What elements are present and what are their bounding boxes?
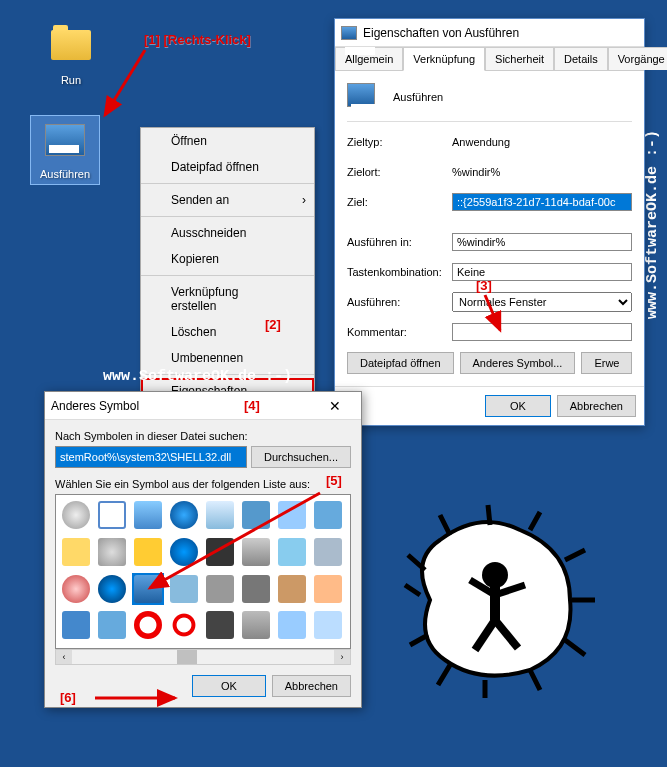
menu-open[interactable]: Öffnen — [141, 128, 314, 154]
url-text-2: www.SoftwareOK.de :-) — [644, 130, 661, 319]
zielort-value: %windir% — [452, 166, 632, 178]
window-icon — [341, 26, 357, 40]
tastenkombination-input[interactable] — [452, 263, 632, 281]
menu-delete[interactable]: Löschen — [141, 319, 314, 345]
icon-path-input[interactable] — [55, 446, 247, 468]
run-icon — [347, 83, 375, 107]
selected-icon[interactable] — [132, 573, 164, 605]
folder-icon — [51, 30, 91, 60]
chevron-right-icon: › — [302, 193, 306, 207]
tabs: Allgemein Verknüpfung Sicherheit Details… — [335, 47, 644, 70]
panel: Ausführen Zieltyp:Anwendung Zielort:%win… — [335, 70, 644, 386]
scroll-left[interactable]: ‹ — [56, 650, 72, 664]
zieltyp-value: Anwendung — [452, 136, 632, 148]
ausfuhren-shortcut[interactable]: Ausführen — [30, 115, 100, 185]
ausfuhren-in-label: Ausführen in: — [347, 236, 452, 248]
tab-verknupfung[interactable]: Verknüpfung — [403, 47, 485, 71]
icon-dialog-title: Anderes Symbol — [51, 399, 139, 413]
ausfuhren-label: Ausführen: — [347, 296, 452, 308]
scroll-right[interactable]: › — [334, 650, 350, 664]
list-label: Wählen Sie ein Symbol aus der folgenden … — [55, 478, 351, 490]
annotation-1: [1] [Rechts-Klick] — [144, 32, 251, 47]
svg-point-8 — [482, 562, 508, 588]
kommentar-label: Kommentar: — [347, 326, 452, 338]
icon-dialog-titlebar[interactable]: Anderes Symbol ✕ — [45, 392, 361, 420]
ziel-label: Ziel: — [347, 196, 452, 208]
abbrechen-button[interactable]: Abbrechen — [557, 395, 636, 417]
icon-dialog: Anderes Symbol ✕ Nach Symbolen in dieser… — [44, 391, 362, 708]
icon-abbrechen-button[interactable]: Abbrechen — [272, 675, 351, 697]
icon-scrollbar[interactable]: ‹ › — [55, 649, 351, 665]
tab-sicherheit[interactable]: Sicherheit — [485, 47, 554, 70]
splash-figure — [400, 500, 600, 700]
erweitert-button[interactable]: Erwe — [581, 352, 632, 374]
url-text-1: www.SoftwareOK.de :-) — [103, 368, 292, 385]
run-folder[interactable]: Run — [36, 22, 106, 86]
icon-ok-button[interactable]: OK — [192, 675, 266, 697]
tab-details[interactable]: Details — [554, 47, 608, 70]
zielort-label: Zielort: — [347, 166, 452, 178]
menu-copy[interactable]: Kopieren — [141, 246, 314, 272]
dateipfad-button[interactable]: Dateipfad öffnen — [347, 352, 454, 374]
ziel-input[interactable] — [452, 193, 632, 211]
desktop-icon-label: Run — [36, 74, 106, 86]
properties-window: Eigenschaften von Ausführen Allgemein Ve… — [334, 18, 645, 426]
ok-button[interactable]: OK — [485, 395, 551, 417]
zieltyp-label: Zieltyp: — [347, 136, 452, 148]
context-menu: Öffnen Dateipfad öffnen Senden an› Aussc… — [140, 127, 315, 405]
menu-create-shortcut[interactable]: Verknüpfung erstellen — [141, 279, 314, 319]
tab-vorgange[interactable]: Vorgänge — [608, 47, 667, 70]
window-title: Eigenschaften von Ausführen — [363, 26, 519, 40]
titlebar[interactable]: Eigenschaften von Ausführen — [335, 19, 644, 47]
scroll-thumb[interactable] — [177, 650, 197, 664]
ausfuhren-in-input[interactable] — [452, 233, 632, 251]
svg-line-1 — [105, 50, 145, 115]
close-button[interactable]: ✕ — [315, 398, 355, 414]
desktop-icon-label: Ausführen — [31, 168, 99, 180]
search-label: Nach Symbolen in dieser Datei suchen: — [55, 430, 351, 442]
icon-grid[interactable] — [55, 494, 351, 649]
menu-cut[interactable]: Ausschneiden — [141, 220, 314, 246]
run-icon — [45, 124, 85, 156]
ausfuhren-select[interactable]: Normales Fenster — [452, 292, 632, 312]
anderes-symbol-button[interactable]: Anderes Symbol... — [460, 352, 576, 374]
menu-send-to[interactable]: Senden an› — [141, 187, 314, 213]
kommentar-input[interactable] — [452, 323, 632, 341]
menu-open-file-location[interactable]: Dateipfad öffnen — [141, 154, 314, 180]
browse-button[interactable]: Durchsuchen... — [251, 446, 351, 468]
shortcut-name: Ausführen — [393, 91, 443, 103]
tastenkombination-label: Tastenkombination: — [347, 266, 452, 278]
